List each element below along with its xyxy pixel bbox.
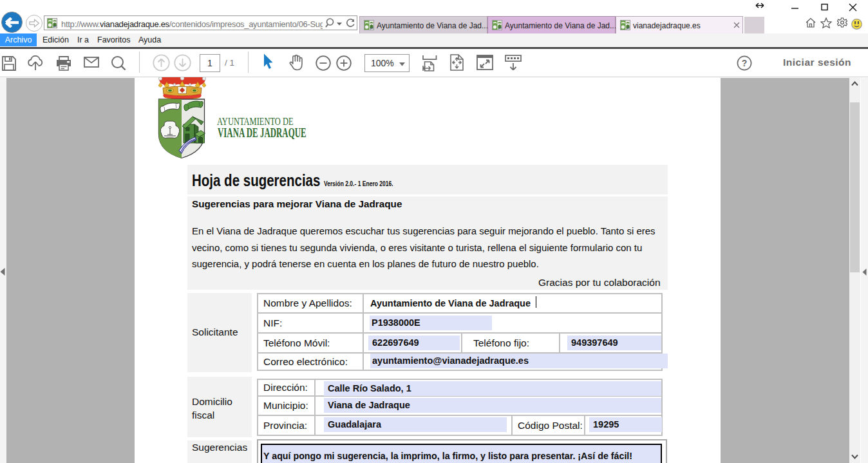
svg-text:?: ? (742, 58, 748, 68)
